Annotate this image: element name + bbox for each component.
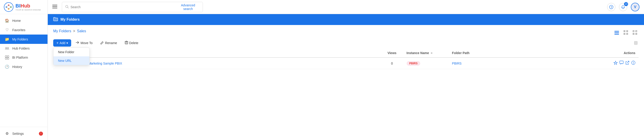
- menu-toggle-button[interactable]: [52, 4, 57, 10]
- content-area: My Folders > Sales + Add: [48, 25, 644, 140]
- svg-rect-25: [624, 30, 625, 32]
- history-icon: 🕐: [4, 64, 10, 69]
- row-views-cell: 0: [381, 58, 404, 69]
- svg-rect-22: [614, 31, 619, 32]
- table-row: Sales and Marketing Sample PBIX 0 PBIRS …: [53, 58, 638, 69]
- sidebar-item-label: Favorites: [12, 28, 26, 32]
- svg-rect-14: [7, 58, 9, 59]
- list-view-button[interactable]: [613, 30, 620, 36]
- new-folder-option[interactable]: New Folder: [54, 48, 89, 56]
- compact-view-button[interactable]: [631, 29, 638, 37]
- logo-tagline: YOUR BI SEARCH ENGINE: [16, 9, 41, 11]
- info-action-button[interactable]: [631, 61, 635, 66]
- sidebar-item-bi-platform[interactable]: BI Platform: [0, 53, 48, 62]
- avatar-button[interactable]: V: [631, 3, 640, 11]
- grid-view-button[interactable]: [622, 29, 630, 37]
- search-input[interactable]: [70, 5, 175, 9]
- logo-name: BIHub: [16, 3, 41, 9]
- hub-folders-icon: [4, 46, 10, 50]
- favorite-action-button[interactable]: [614, 61, 618, 66]
- svg-rect-27: [624, 33, 625, 35]
- add-button[interactable]: + Add ▾: [53, 39, 71, 46]
- svg-rect-31: [633, 33, 634, 35]
- view-toggles: [613, 29, 638, 37]
- svg-rect-33: [634, 31, 634, 32]
- rename-button[interactable]: Rename: [97, 39, 120, 46]
- advanced-search-button[interactable]: Advanced search: [177, 4, 200, 11]
- page-header-folder-icon: [53, 17, 58, 22]
- add-label: Add: [60, 41, 65, 45]
- sidebar-item-home[interactable]: 🏠 Home: [0, 16, 48, 25]
- views-label: Views: [388, 51, 396, 55]
- rename-icon: [100, 41, 104, 45]
- sidebar-item-favorites[interactable]: ♡ Favorites: [0, 25, 48, 34]
- move-to-icon: [76, 41, 79, 45]
- search-icon: [65, 5, 69, 9]
- sidebar-logo: BIHub YOUR BI SEARCH ENGINE: [0, 0, 48, 14]
- sidebar-item-label: History: [12, 65, 22, 69]
- add-dropdown-menu: New Folder New URL: [53, 48, 90, 65]
- column-settings-icon[interactable]: [634, 40, 638, 46]
- delete-label: Delete: [129, 41, 138, 45]
- svg-rect-49: [620, 61, 623, 64]
- svg-rect-34: [636, 31, 637, 32]
- add-chevron-icon: ▾: [66, 41, 68, 45]
- svg-rect-13: [5, 58, 7, 59]
- svg-rect-26: [626, 30, 628, 32]
- action-icons-container: [498, 61, 635, 66]
- svg-rect-16: [52, 6, 57, 7]
- svg-rect-24: [614, 34, 619, 34]
- new-url-option[interactable]: New URL: [54, 56, 89, 65]
- settings-icon: ⚙: [4, 131, 10, 136]
- move-to-button[interactable]: Move To: [72, 39, 96, 46]
- svg-rect-17: [52, 8, 57, 8]
- svg-rect-23: [614, 32, 619, 33]
- logo-text: BIHub YOUR BI SEARCH ENGINE: [16, 3, 41, 11]
- topbar: Advanced search ? 13 V: [48, 0, 644, 14]
- sidebar-item-hub-folders[interactable]: Hub Folders: [0, 44, 48, 53]
- col-header-actions: Actions: [494, 48, 638, 58]
- sidebar-item-settings[interactable]: ⚙ Settings !: [0, 129, 48, 138]
- chat-action-button[interactable]: [620, 61, 624, 66]
- bi-platform-icon: [4, 56, 10, 60]
- svg-rect-32: [635, 33, 637, 35]
- svg-rect-12: [7, 56, 9, 57]
- svg-line-19: [68, 7, 69, 8]
- sidebar-item-label: Home: [12, 19, 21, 22]
- instance-sort-icon[interactable]: ≡: [431, 51, 432, 55]
- sidebar-navigation: 🏠 Home ♡ Favorites 📁 My Folders Hub Fold…: [0, 14, 48, 127]
- row-folder-cell: PBIRS: [449, 58, 494, 69]
- actions-label: Actions: [624, 51, 635, 55]
- col-header-folder: Folder Path: [449, 48, 494, 58]
- sidebar-item-my-folders[interactable]: 📁 My Folders: [0, 34, 48, 44]
- home-icon: 🏠: [4, 18, 10, 23]
- help-button[interactable]: ?: [607, 3, 615, 11]
- notification-badge: 13: [624, 2, 628, 6]
- move-to-label: Move To: [80, 41, 92, 45]
- sidebar-item-history[interactable]: 🕐 History: [0, 62, 48, 71]
- sidebar-item-label: My Folders: [12, 38, 28, 41]
- search-box: Advanced search: [62, 2, 203, 12]
- heart-icon: ♡: [4, 28, 10, 32]
- row-instance-cell: PBIRS: [404, 58, 449, 69]
- expand-action-button[interactable]: [625, 61, 630, 66]
- svg-rect-28: [626, 33, 628, 35]
- instance-badge: PBIRS: [406, 61, 420, 66]
- sidebar-item-label: Settings: [12, 132, 24, 136]
- instance-label: Instance Name: [406, 51, 429, 55]
- folder-path-link[interactable]: PBIRS: [452, 62, 462, 65]
- breadcrumb-parent-link[interactable]: My Folders: [53, 29, 71, 33]
- add-dropdown-container: + Add ▾ New Folder New URL: [53, 39, 71, 46]
- table-header-row: ≡ Views Instance Name ≡ Folder Path: [53, 48, 638, 58]
- svg-point-10: [8, 48, 9, 49]
- file-name-container: Sales and Marketing Sample PBIX: [66, 60, 378, 66]
- page-header-title: My Folders: [60, 18, 80, 22]
- table-area: ≡ Views Instance Name ≡ Folder Path: [53, 48, 638, 69]
- delete-icon: [125, 41, 128, 45]
- delete-button[interactable]: Delete: [122, 39, 142, 46]
- col-header-menu: ≡: [63, 48, 381, 58]
- table-body: Sales and Marketing Sample PBIX 0 PBIRS …: [53, 58, 638, 69]
- new-url-label: New URL: [58, 59, 72, 62]
- notification-button[interactable]: 13: [619, 3, 627, 11]
- sidebar-bottom: ⚙ Settings !: [0, 127, 48, 140]
